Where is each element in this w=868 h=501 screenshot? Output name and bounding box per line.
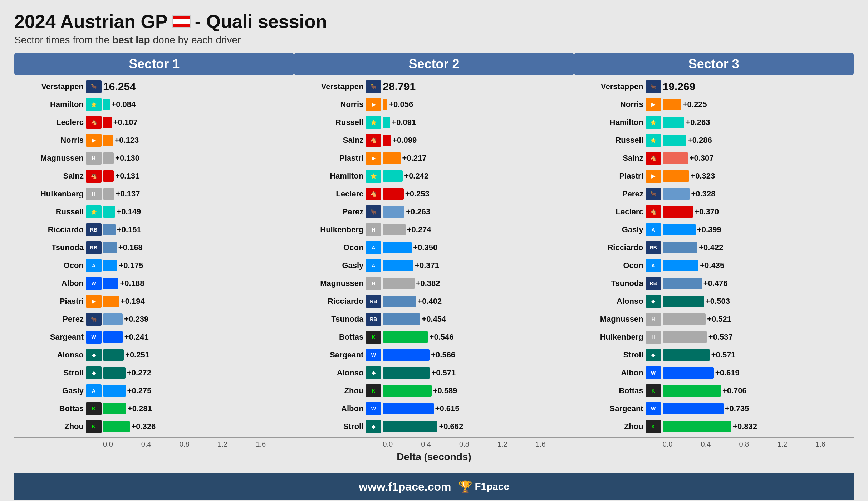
bar-container: +0.281 [103,402,294,415]
delta-value: +0.225 [683,100,707,109]
delta-bar [383,296,416,307]
bar-container: +0.371 [383,259,574,272]
team-logo: 🐴 [366,188,381,200]
delta-bar [663,152,688,164]
driver-name-label: Verstappen [294,82,366,91]
axis-ticks: 0.00.40.81.21.6 [574,440,854,448]
bar-container: +0.217 [383,152,574,165]
delta-bar [383,403,433,414]
team-logo: ▶ [86,295,102,308]
delta-bar [663,385,721,397]
bar-container: +0.503 [663,295,854,308]
delta-bar [663,278,702,289]
bar-container: 16.254 [103,80,294,93]
axis-tick-label: 0.0 [383,440,421,448]
delta-bar [663,331,707,343]
driver-name-label: Russell [14,207,86,217]
driver-name-label: Sargeant [294,350,366,360]
delta-bar [383,313,420,325]
table-row: Russell⭐+0.091 [294,114,574,131]
driver-name-label: Sainz [14,171,86,181]
delta-bar [103,385,126,397]
driver-name-label: Gasly [574,225,646,234]
axis-tick-label: 0.8 [739,440,777,448]
table-row: Piastri▶+0.323 [574,167,854,185]
driver-name-label: Piastri [294,154,366,163]
delta-value: +0.832 [733,422,757,431]
team-logo: 🐂 [646,188,661,200]
delta-value: +0.422 [699,243,723,252]
sector-3-header: Sector 3 [574,53,854,75]
table-row: Sainz🐴+0.307 [574,150,854,167]
team-logo: ⭐ [646,116,661,129]
delta-value: +0.253 [405,189,430,199]
delta-value: +0.107 [113,118,138,127]
delta-bar [383,170,403,182]
delta-value: +0.350 [413,243,437,252]
delta-bar [103,170,114,182]
delta-value: +0.130 [115,154,139,163]
team-logo: K [646,420,661,433]
table-row: SargeantW+0.241 [14,329,294,346]
table-row: HulkenbergH+0.274 [294,221,574,238]
bar-container: +0.328 [663,188,854,200]
axis-tick-label: 1.2 [218,440,256,448]
bar-container: +0.263 [383,205,574,218]
delta-value: +0.131 [115,171,139,181]
team-logo: ▶ [646,170,661,183]
driver-name-label: Hamilton [14,100,86,109]
bar-container: +0.706 [663,384,854,397]
driver-name-label: Bottas [574,386,646,395]
delta-value: +0.571 [711,350,736,360]
sector-2-chart-area: Verstappen🐂28.791Norris▶+0.056Russell⭐+0… [294,78,574,466]
table-row: Verstappen🐂28.791 [294,78,574,95]
driver-name-label: Gasly [14,386,86,395]
delta-value: +0.151 [117,225,141,234]
delta-value: +0.241 [124,332,149,342]
delta-bar [103,135,113,146]
team-logo: A [86,384,102,397]
f1pace-logo: 🏆F1pace [458,480,509,493]
delta-bar [663,421,731,432]
delta-value: +0.382 [416,279,440,288]
axis-tick-label: 0.4 [421,440,459,448]
driver-name-label: Stroll [294,422,366,431]
driver-name-label: Perez [14,315,86,324]
delta-value: +0.263 [686,118,710,127]
team-logo: K [646,384,661,397]
team-logo: RB [86,223,102,236]
driver-name-label: Zhou [294,386,366,395]
table-row: GaslyA+0.275 [14,382,294,399]
table-row: AlbonW+0.188 [14,275,294,292]
team-logo: ⭐ [86,205,102,218]
driver-name-label: Bottas [14,404,86,413]
delta-value: +0.537 [708,332,733,342]
team-logo: 🐂 [86,313,102,326]
bar-container: +0.194 [103,295,294,308]
bar-container: +0.272 [103,366,294,379]
bar-container: +0.521 [663,313,854,326]
team-logo: A [86,259,102,272]
fastest-time-value: 28.791 [383,81,416,93]
bar-container: +0.168 [103,241,294,254]
delta-bar [103,99,110,110]
driver-name-label: Hamilton [294,171,366,181]
delta-value: +0.274 [407,225,431,234]
table-row: RicciardoRB+0.402 [294,293,574,310]
delta-value: +0.371 [415,261,439,270]
team-logo: H [366,277,381,290]
bar-container: +0.056 [383,98,574,111]
sector-3-chart-area: Verstappen🐂19.269Norris▶+0.225Hamilton⭐+… [574,78,854,448]
delta-bar [103,278,118,289]
axis-ticks: 0.00.40.81.21.6 [14,440,294,448]
team-logo: 🐴 [86,170,102,183]
axis-area: 0.00.40.81.21.6Delta (seconds) [294,437,574,466]
delta-bar [663,206,693,218]
bar-container: +0.241 [103,331,294,344]
driver-name-label: Stroll [14,368,86,378]
bar-container: +0.137 [103,188,294,200]
bar-container: +0.239 [103,313,294,326]
table-row: BottasK+0.281 [14,400,294,417]
fastest-time-value: 19.269 [663,81,696,93]
driver-name-label: Albon [14,279,86,288]
